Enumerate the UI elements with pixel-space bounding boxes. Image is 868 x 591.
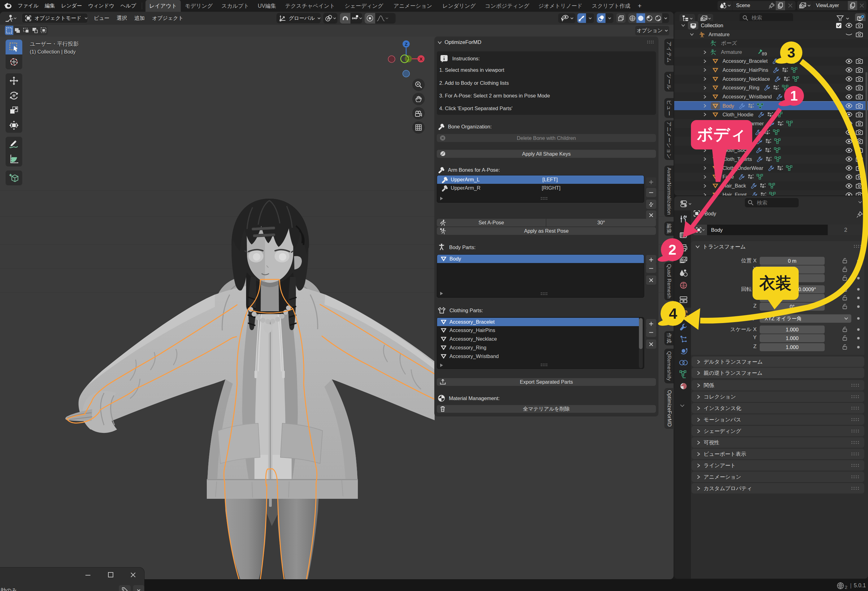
svg-text:X: X <box>419 56 422 62</box>
svg-text:Z: Z <box>404 41 407 47</box>
